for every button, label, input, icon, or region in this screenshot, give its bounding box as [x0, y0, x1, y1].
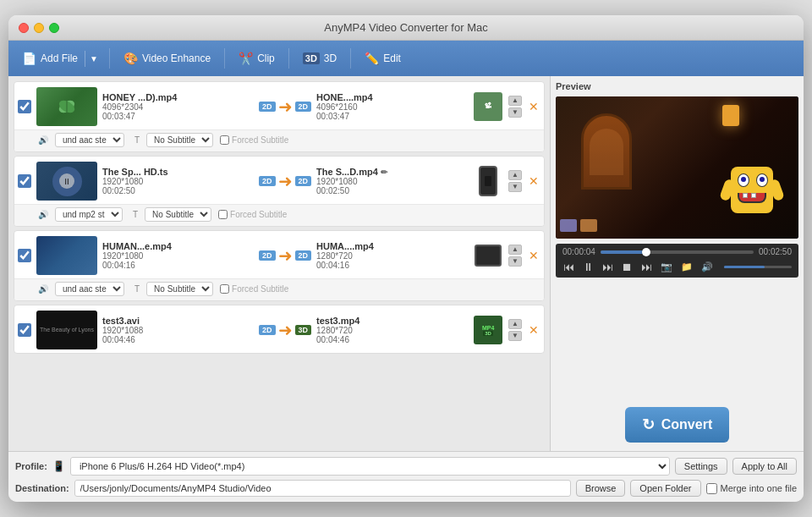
audio-icon-2: 🔊: [38, 210, 48, 219]
forced-subtitle-checkbox-3[interactable]: [220, 284, 229, 294]
edit-output-icon-2[interactable]: ✏: [381, 168, 387, 177]
maximize-button[interactable]: [49, 23, 59, 33]
file-thumbnail-2: ⏸: [36, 162, 97, 201]
toolbar-divider-1: [109, 48, 110, 69]
file-name-3: HUMAN...e.mp4: [102, 241, 254, 251]
progress-bar[interactable]: [601, 250, 754, 254]
file-name-2: The Sp... HD.ts: [102, 167, 254, 177]
time-current: 00:00:04: [562, 247, 595, 256]
forced-subtitle-checkbox-1[interactable]: [220, 135, 229, 145]
file-info-1: HONEY ...D).mp4 4096*2304 00:03:47: [102, 92, 254, 121]
snapshot-button[interactable]: 📷: [660, 261, 673, 273]
audio-select-2[interactable]: und mp2 st: [55, 207, 123, 222]
subtitle-select-3[interactable]: No Subtitle: [146, 282, 213, 296]
file-item: HONEY ...D).mp4 4096*2304 00:03:47 2D ➜ …: [14, 81, 545, 152]
open-folder-button[interactable]: Open Folder: [630, 480, 700, 497]
fast-forward-button[interactable]: ⏭: [601, 260, 614, 274]
add-file-button[interactable]: 📄 Add File: [15, 48, 85, 69]
destination-row: Destination: /Users/jonly/Documents/AnyM…: [15, 480, 797, 497]
scroll-down-4[interactable]: ▼: [508, 331, 522, 341]
file-checkbox-2[interactable]: [18, 174, 31, 188]
preview-scene: [556, 96, 798, 239]
main-window: AnyMP4 Video Converter for Mac 📄 Add Fil…: [8, 15, 804, 502]
file-close-2[interactable]: ✕: [527, 174, 540, 188]
3d-button[interactable]: 3D 3D 3D: [296, 49, 343, 68]
minimize-button[interactable]: [34, 23, 44, 33]
profile-select[interactable]: iPhone 6 Plus/6 H.264 HD Video(*.mp4): [70, 457, 670, 476]
sb-tooth-1: [743, 193, 748, 198]
file-item-2: ⏸ The Sp... HD.ts 1920*1080 00:02:50: [14, 156, 545, 227]
subtitle-select-2[interactable]: No Subtitle: [145, 207, 211, 222]
traffic-lights: [19, 23, 59, 33]
close-button[interactable]: [19, 23, 29, 33]
file-info-4: test3.avi 1920*1088 00:04:46: [102, 316, 254, 344]
folder-button[interactable]: 📁: [680, 261, 694, 273]
output-meta-2: 1920*1080 00:02:50: [316, 177, 468, 195]
settings-button[interactable]: Settings: [675, 458, 727, 475]
sb-right-eye: [756, 173, 768, 187]
file-checkbox-4[interactable]: [18, 323, 31, 337]
scroll-down-1[interactable]: ▼: [508, 107, 522, 118]
file-checkbox-1[interactable]: [18, 100, 31, 113]
playback-controls: ⏮ ⏸ ⏭ ⏹ ⏭ 📷 📁 🔊: [562, 260, 792, 274]
edit-button[interactable]: ✏️ Edit: [358, 48, 408, 69]
progress-handle[interactable]: [642, 248, 650, 256]
scene-item-2: [580, 219, 597, 232]
file-close-3[interactable]: ✕: [527, 249, 540, 262]
next-button[interactable]: ⏭: [640, 260, 653, 274]
volume-bar[interactable]: [724, 266, 792, 268]
file-item-bottom-3: 🔊 und aac ste T No Subtitle Forced Subti…: [14, 278, 544, 300]
input-badge-2: 2D: [259, 176, 276, 186]
toolbar-divider-2: [224, 48, 225, 69]
destination-input[interactable]: /Users/jonly/Documents/AnyMP4 Studio/Vid…: [74, 480, 571, 497]
subtitle-select-1[interactable]: No Subtitle: [146, 133, 213, 147]
add-file-dropdown-arrow[interactable]: ▼: [85, 51, 102, 67]
toolbar: 📄 Add File ▼ 🎨 Video Enhance ✂️ Clip 3D …: [8, 41, 804, 76]
scroll-up-2[interactable]: ▲: [508, 170, 522, 180]
scroll-buttons-3: ▲ ▼: [508, 245, 522, 267]
input-badge-3: 2D: [259, 250, 276, 261]
volume-button[interactable]: 🔊: [700, 261, 714, 273]
audio-icon-3: 🔊: [38, 284, 48, 294]
output-info-3: HUMA....mp4 1280*720 00:04:16: [316, 241, 468, 270]
forced-subtitle-3: Forced Subtitle: [220, 284, 288, 294]
conversion-arrow-2: 2D ➜ 2D: [259, 171, 311, 191]
scroll-down-2[interactable]: ▼: [508, 182, 522, 192]
arrow-icon-3: ➜: [278, 245, 293, 266]
profile-label: Profile:: [15, 461, 47, 471]
scroll-up-1[interactable]: ▲: [508, 96, 522, 106]
scroll-down-3[interactable]: ▼: [508, 256, 522, 267]
destination-label: Destination:: [15, 483, 69, 493]
output-info-4: test3.mp4 1280*720 00:04:46: [316, 316, 468, 344]
file-item-bottom-1: 🔊 und aac ste T No Subtitle Forced Subti…: [14, 129, 544, 151]
stop-button[interactable]: ⏹: [621, 260, 634, 274]
clip-button[interactable]: ✂️ Clip: [232, 48, 282, 69]
subtitle-t-2: T: [133, 210, 138, 219]
file-thumbnail-3: [36, 236, 97, 275]
scroll-up-3[interactable]: ▲: [508, 245, 522, 255]
file-checkbox-3[interactable]: [18, 249, 31, 262]
audio-select-1[interactable]: und aac ste: [55, 133, 124, 147]
play-pause-button[interactable]: ⏸: [582, 260, 595, 274]
output-name-2: The S...D.mp4 ✏: [316, 167, 468, 177]
file-close-1[interactable]: ✕: [527, 100, 540, 113]
audio-select-3[interactable]: und aac ste: [55, 282, 124, 296]
iphone-icon-2: [479, 166, 497, 196]
file-item-top-2: ⏸ The Sp... HD.ts 1920*1080 00:02:50: [14, 157, 544, 204]
scroll-up-4[interactable]: ▲: [508, 319, 522, 329]
convert-button[interactable]: ↻ Convert: [625, 407, 729, 443]
forced-subtitle-1: Forced Subtitle: [220, 135, 288, 145]
browse-button[interactable]: Browse: [576, 480, 626, 497]
scene-item-1: [560, 219, 577, 232]
skip-back-button[interactable]: ⏮: [562, 260, 575, 274]
sb-body: [731, 167, 773, 213]
apply-all-button[interactable]: Apply to All: [732, 458, 797, 475]
merge-checkbox[interactable]: [706, 483, 717, 494]
file-close-4[interactable]: ✕: [527, 323, 540, 337]
time-total: 00:02:50: [759, 247, 792, 256]
output-meta-1: 4096*2160 00:03:47: [316, 102, 468, 121]
convert-icon: ↻: [642, 415, 655, 434]
forced-subtitle-checkbox-2[interactable]: [218, 210, 228, 219]
video-enhance-button[interactable]: 🎨 Video Enhance: [117, 48, 217, 69]
add-file-group[interactable]: 📄 Add File ▼: [15, 48, 102, 69]
